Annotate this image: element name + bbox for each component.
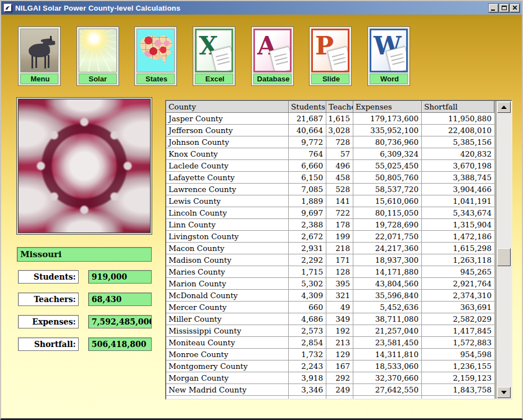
- county-cell: Johnson County: [166, 136, 289, 148]
- table-row[interactable]: Maries County1,71512814,171,880945,265: [166, 266, 494, 278]
- close-button[interactable]: ✕: [510, 4, 520, 12]
- table-row[interactable]: Madison County2,29217118,937,3001,263,11…: [166, 254, 494, 266]
- value-cell: 4,686: [289, 313, 326, 325]
- value-cell: 192: [326, 325, 353, 337]
- table-row[interactable]: Mercer County660495,452,636363,691: [166, 302, 494, 313]
- value-cell: 43,804,560: [353, 278, 422, 290]
- value-cell: 2,672: [289, 231, 326, 243]
- scrollbar-thumb[interactable]: [497, 248, 511, 266]
- table-row[interactable]: Linn County2,38817819,728,6901,315,904: [166, 219, 494, 231]
- access-icon: [253, 29, 292, 72]
- value-cell: 6,309,324: [353, 148, 422, 160]
- value-cell: 21,257,040: [353, 325, 422, 337]
- table-row[interactable]: Marion County5,30239543,804,5602,921,764: [166, 278, 494, 290]
- value-cell: 129: [326, 349, 353, 360]
- table-row[interactable]: Johnson County9,77272880,736,9605,385,15…: [166, 136, 494, 148]
- value-cell: 2,854: [289, 337, 326, 349]
- value-cell: 24,217,360: [353, 243, 422, 254]
- value-cell: 1,041,191: [422, 195, 494, 207]
- table-row[interactable]: Livingston County2,67219922,071,7501,472…: [166, 231, 494, 243]
- value-cell: 1,417,845: [422, 325, 494, 337]
- toolbar-button-database[interactable]: Database: [251, 26, 294, 86]
- county-cell: Jasper County: [166, 113, 289, 125]
- window-controls: ✕: [489, 4, 520, 12]
- value-cell: 80,736,960: [353, 136, 422, 148]
- word-icon: [370, 29, 408, 72]
- tool-button-label: Database: [253, 74, 292, 84]
- value-cell: 3,670,198: [422, 160, 494, 172]
- table-row[interactable]: Mississippi County2,57319221,257,0401,41…: [166, 325, 494, 337]
- column-header-teachers: Teachers: [326, 101, 353, 113]
- scroll-down-button[interactable]: [497, 387, 511, 398]
- value-cell: 141: [326, 195, 353, 207]
- scrollbar-track[interactable]: [497, 101, 511, 399]
- table-row[interactable]: McDonald County4,30932135,596,8402,374,3…: [166, 290, 494, 302]
- county-cell: Lafayette County: [166, 172, 289, 184]
- tool-button-label: Solar: [79, 74, 117, 84]
- value-cell: 1,472,186: [422, 231, 494, 243]
- table-row[interactable]: Laclede County6,66049655,025,4503,670,19…: [166, 160, 494, 172]
- value-cell: 5,343,674: [422, 207, 494, 219]
- toolbar-button-word[interactable]: Word: [367, 26, 410, 86]
- tool-button-label: Excel: [195, 74, 233, 84]
- table-row[interactable]: Moniteau County2,85421323,581,4501,572,8…: [166, 337, 494, 349]
- toolbar-button-states[interactable]: States: [134, 26, 177, 86]
- sun-icon: [79, 29, 117, 72]
- value-cell: 21,687: [289, 113, 326, 125]
- table-row[interactable]: Lewis County1,88914115,610,0601,041,191: [166, 195, 494, 207]
- app-window: NILGAI Solar Power County-level Calculat…: [0, 0, 523, 420]
- value-cell: 249: [326, 384, 353, 396]
- county-cell: New Madrid County: [166, 384, 289, 396]
- county-table-grid: CountyStudentsTeachersExpensesShortfallJ…: [166, 101, 494, 399]
- value-cell: 22,071,750: [353, 231, 422, 243]
- vertical-scrollbar[interactable]: [494, 101, 511, 399]
- value-cell: 1,615: [326, 113, 353, 125]
- arrow-down-icon: [501, 391, 507, 394]
- value-cell: 128: [326, 266, 353, 278]
- minimize-button[interactable]: [489, 4, 498, 12]
- table-row[interactable]: Lafayette County6,15045850,805,7603,388,…: [166, 172, 494, 184]
- table-row[interactable]: Jasper County21,6871,615179,173,60011,95…: [166, 113, 494, 125]
- table-row[interactable]: Morgan County3,91829232,370,6602,159,123: [166, 372, 494, 384]
- table-row[interactable]: Lawrence County7,08552858,537,7203,904,4…: [166, 184, 494, 195]
- value-cell: 335,952,100: [353, 125, 422, 136]
- value-cell: 22,408,010: [422, 125, 494, 136]
- table-row[interactable]: Lincoln County9,69772280,115,0505,343,67…: [166, 207, 494, 219]
- value-cell: 167: [326, 360, 353, 372]
- tool-button-label: States: [137, 74, 175, 84]
- toolbar-button-slide[interactable]: Slide: [309, 26, 352, 86]
- value-cell: 496: [326, 160, 353, 172]
- table-row[interactable]: Jefferson County40,6643,028335,952,10022…: [166, 125, 494, 136]
- table-row[interactable]: Monroe County1,73212914,311,810954,598: [166, 349, 494, 360]
- nilgai-photo-icon: [20, 29, 58, 72]
- toolbar-button-excel[interactable]: Excel: [193, 26, 235, 86]
- table-row[interactable]: Miller County4,68634938,711,0802,582,029: [166, 313, 494, 325]
- table-row[interactable]: Knox County764576,309,324420,832: [166, 148, 494, 160]
- scroll-up-button[interactable]: [497, 102, 511, 113]
- value-cell: 32,370,660: [353, 372, 422, 384]
- toolbar-button-solar[interactable]: Solar: [76, 26, 119, 86]
- maximize-button[interactable]: [499, 4, 509, 12]
- county-cell: Moniteau County: [166, 337, 289, 349]
- value-cell: 954,598: [422, 349, 494, 360]
- county-cell: Linn County: [166, 219, 289, 231]
- county-cell: Lewis County: [166, 195, 289, 207]
- value-cell: 2,388: [289, 219, 326, 231]
- toolbar-button-menu[interactable]: Menu: [18, 26, 61, 86]
- value-cell: 945,265: [422, 266, 494, 278]
- value-cell: 5,385,156: [422, 136, 494, 148]
- county-cell: Miller County: [166, 313, 289, 325]
- value-cell: 1,263,118: [422, 254, 494, 266]
- value-cell: 218: [326, 243, 353, 254]
- table-row[interactable]: Macon County2,93121824,217,3601,615,298: [166, 243, 494, 254]
- table-row[interactable]: New Madrid County3,34624927,642,5501,843…: [166, 384, 494, 396]
- arrow-up-icon: [501, 106, 507, 109]
- value-cell: 321: [326, 290, 353, 302]
- value-cell: 27,642,550: [353, 384, 422, 396]
- table-row[interactable]: Montgomery County2,24316718,533,0601,236…: [166, 360, 494, 372]
- field-label-expenses: Expenses:: [18, 315, 79, 328]
- value-cell: 420,832: [422, 148, 494, 160]
- maximize-icon: [502, 6, 507, 10]
- value-cell: 35,596,840: [353, 290, 422, 302]
- value-cell: 50,805,760: [353, 172, 422, 184]
